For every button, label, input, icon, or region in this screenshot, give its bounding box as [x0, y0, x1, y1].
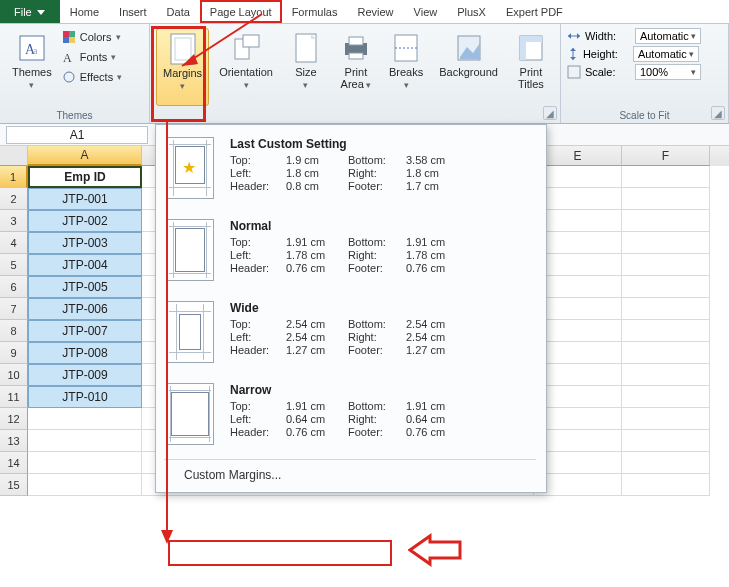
cell[interactable]	[534, 430, 622, 452]
cell[interactable]	[622, 276, 710, 298]
cell[interactable]: JTP-003	[28, 232, 142, 254]
size-button[interactable]: Size▾	[283, 28, 329, 106]
cell[interactable]	[534, 298, 622, 320]
tab-plusx[interactable]: PlusX	[447, 0, 496, 23]
scale-launcher[interactable]: ◢	[711, 106, 725, 120]
cell[interactable]	[534, 210, 622, 232]
scale-percent[interactable]: Scale: 100%▾	[567, 64, 701, 80]
themes-fonts[interactable]: A Fonts▾	[62, 48, 122, 66]
tab-expert-pdf[interactable]: Expert PDF	[496, 0, 573, 23]
row-header[interactable]: 8	[0, 320, 28, 342]
page-setup-launcher[interactable]: ◢	[543, 106, 557, 120]
breaks-button[interactable]: Breaks▾	[383, 28, 429, 106]
orientation-button[interactable]: Orientation▾	[213, 28, 279, 106]
row-header[interactable]: 5	[0, 254, 28, 276]
name-box[interactable]: A1	[6, 126, 148, 144]
col-header-F[interactable]: F	[622, 146, 710, 166]
row-header[interactable]: 4	[0, 232, 28, 254]
cell[interactable]: JTP-007	[28, 320, 142, 342]
row-header[interactable]: 13	[0, 430, 28, 452]
cell[interactable]	[534, 320, 622, 342]
scale-width[interactable]: Width: Automatic▾	[567, 28, 701, 44]
cell[interactable]	[622, 320, 710, 342]
tab-home[interactable]: Home	[60, 0, 109, 23]
preset-normal[interactable]: Normal Top:1.91 cmBottom:1.91 cm Left:1.…	[164, 213, 536, 295]
cell[interactable]	[622, 232, 710, 254]
print-titles-button[interactable]: Print Titles	[508, 28, 554, 106]
themes-colors[interactable]: Colors▾	[62, 28, 122, 46]
tab-insert[interactable]: Insert	[109, 0, 157, 23]
margins-button[interactable]: Margins▾	[156, 28, 209, 106]
cell[interactable]: JTP-008	[28, 342, 142, 364]
svg-text:a: a	[33, 45, 38, 56]
row-header[interactable]: 1	[0, 166, 28, 188]
scale-height[interactable]: Height: Automatic▾	[567, 46, 701, 62]
tab-file[interactable]: File	[0, 0, 60, 23]
row-header[interactable]: 10	[0, 364, 28, 386]
select-all-corner[interactable]	[0, 146, 28, 166]
cell[interactable]	[534, 166, 622, 188]
cell[interactable]	[622, 364, 710, 386]
col-header-E[interactable]: E	[534, 146, 622, 166]
themes-effects[interactable]: Effects▾	[62, 68, 122, 86]
tab-page-layout[interactable]: Page Layout	[200, 0, 282, 23]
cell[interactable]	[534, 408, 622, 430]
tab-formulas[interactable]: Formulas	[282, 0, 348, 23]
custom-margins-item[interactable]: Custom Margins...	[164, 459, 536, 490]
cell[interactable]	[622, 408, 710, 430]
cell[interactable]: JTP-004	[28, 254, 142, 276]
svg-rect-18	[395, 35, 417, 61]
tab-view[interactable]: View	[404, 0, 448, 23]
cell[interactable]	[28, 474, 142, 496]
cell[interactable]	[622, 298, 710, 320]
cell[interactable]	[622, 210, 710, 232]
tab-review[interactable]: Review	[347, 0, 403, 23]
row-header[interactable]: 7	[0, 298, 28, 320]
cell[interactable]	[622, 386, 710, 408]
cell[interactable]	[28, 430, 142, 452]
background-button[interactable]: Background	[433, 28, 504, 106]
cell[interactable]	[622, 474, 710, 496]
cell[interactable]	[622, 254, 710, 276]
cell[interactable]: JTP-002	[28, 210, 142, 232]
cell[interactable]: JTP-010	[28, 386, 142, 408]
cell[interactable]: JTP-005	[28, 276, 142, 298]
cell[interactable]	[534, 232, 622, 254]
cell[interactable]	[534, 276, 622, 298]
cell[interactable]	[28, 408, 142, 430]
preset-last-custom[interactable]: ★ Last Custom Setting Top:1.9 cmBottom:3…	[164, 131, 536, 213]
cell[interactable]	[622, 188, 710, 210]
row-header[interactable]: 2	[0, 188, 28, 210]
cell[interactable]	[622, 166, 710, 188]
row-header[interactable]: 11	[0, 386, 28, 408]
cell[interactable]: JTP-006	[28, 298, 142, 320]
cell[interactable]: JTP-009	[28, 364, 142, 386]
print-titles-icon	[515, 32, 547, 64]
cell[interactable]	[534, 474, 622, 496]
col-header-A[interactable]: A	[28, 146, 142, 166]
themes-button[interactable]: Aa Themes▾	[6, 28, 58, 106]
cell[interactable]	[28, 452, 142, 474]
row-header[interactable]: 15	[0, 474, 28, 496]
row-header[interactable]: 6	[0, 276, 28, 298]
cell[interactable]	[622, 430, 710, 452]
preset-wide[interactable]: Wide Top:2.54 cmBottom:2.54 cm Left:2.54…	[164, 295, 536, 377]
svg-rect-17	[349, 53, 363, 59]
cell[interactable]	[622, 342, 710, 364]
cell[interactable]	[622, 452, 710, 474]
row-header[interactable]: 14	[0, 452, 28, 474]
cell[interactable]: Emp ID	[28, 166, 142, 188]
cell[interactable]	[534, 254, 622, 276]
row-header[interactable]: 3	[0, 210, 28, 232]
cell[interactable]	[534, 386, 622, 408]
cell[interactable]	[534, 188, 622, 210]
cell[interactable]: JTP-001	[28, 188, 142, 210]
print-area-button[interactable]: Print Area ▾	[333, 28, 379, 106]
row-header[interactable]: 9	[0, 342, 28, 364]
cell[interactable]	[534, 364, 622, 386]
row-header[interactable]: 12	[0, 408, 28, 430]
cell[interactable]	[534, 452, 622, 474]
tab-data[interactable]: Data	[157, 0, 200, 23]
cell[interactable]	[534, 342, 622, 364]
preset-narrow[interactable]: Narrow Top:1.91 cmBottom:1.91 cm Left:0.…	[164, 377, 536, 459]
